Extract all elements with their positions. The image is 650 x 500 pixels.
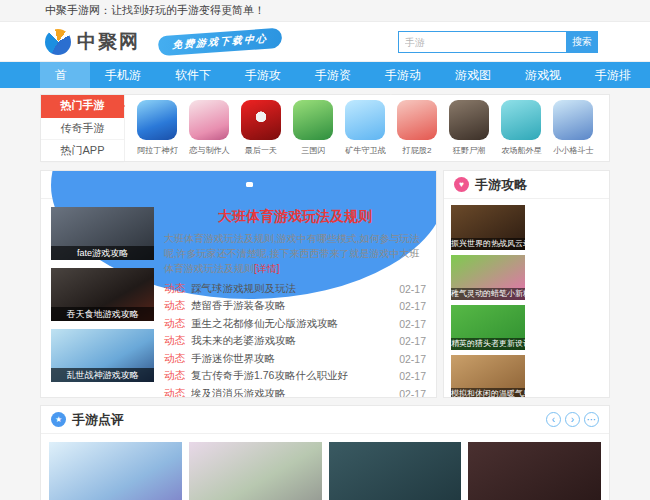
news-thumb[interactable]: 乱世战神游戏攻略 bbox=[51, 329, 154, 382]
detail-link[interactable]: [详情] bbox=[254, 263, 280, 274]
guide-caption: 稚气灵动的蜡笔小新糖 bbox=[451, 288, 525, 300]
article-title: 手游迷你世界攻略 bbox=[191, 352, 275, 366]
article-tag: 动态 bbox=[164, 352, 185, 366]
game-name: 小小格斗士 bbox=[553, 144, 594, 156]
news-thumb[interactable]: 吞天食地游戏攻略 bbox=[51, 268, 154, 321]
hot-game-item[interactable]: 矿牛守卫战 bbox=[339, 100, 391, 157]
news-thumb-list: fate游戏攻略 吞天食地游戏攻略 乱世战神游戏攻略 bbox=[51, 207, 154, 398]
hot-game-item[interactable]: 打屁股2 bbox=[391, 100, 443, 157]
site-slogan: 中聚手游网：让找到好玩的手游变得更简单！ bbox=[45, 3, 265, 18]
article-row[interactable]: 动态 我未来的老婆游戏攻略 02-17 bbox=[164, 333, 426, 351]
nav-item[interactable]: 手游资讯 bbox=[300, 62, 370, 88]
article-row[interactable]: 动态 踩气球游戏规则及玩法 02-17 bbox=[164, 280, 426, 298]
news-header: 手游资讯 更多+ bbox=[41, 171, 436, 199]
hot-game-item[interactable]: 小小格斗士 bbox=[547, 100, 599, 157]
hot-game-item[interactable]: 最后一天 bbox=[235, 100, 287, 157]
reviews-title: 手游点评 bbox=[72, 411, 124, 429]
nav-item[interactable]: 游戏图库 bbox=[440, 62, 510, 88]
article-date: 02-17 bbox=[391, 335, 426, 347]
review-card[interactable]: 跳大绳游戏规则和玩法 bbox=[329, 442, 462, 500]
guides-header: ♥ 手游攻略 bbox=[444, 171, 609, 199]
carousel-next-button[interactable]: › bbox=[565, 412, 580, 427]
hot-tab[interactable]: 热门手游 bbox=[41, 95, 124, 118]
hot-tab[interactable]: 热门APP bbox=[41, 140, 124, 163]
game-name: 最后一天 bbox=[245, 144, 277, 156]
article-tag: 动态 bbox=[164, 299, 185, 313]
guide-thumb[interactable]: 模拟和休闲的温暖气息 bbox=[451, 355, 525, 398]
hot-game-item[interactable]: 阿拉丁神灯 bbox=[131, 100, 183, 157]
star-icon: ★ bbox=[51, 412, 66, 427]
article-row[interactable]: 动态 手游迷你世界攻略 02-17 bbox=[164, 350, 426, 368]
hot-game-item[interactable]: 农场船外星 bbox=[495, 100, 547, 157]
carousel-more-button[interactable]: ⋯ bbox=[584, 412, 599, 427]
guide-thumb[interactable]: 振兴世界的热战风云录 bbox=[451, 205, 525, 250]
guide-thumb[interactable]: 精英的猎头者更新设计 bbox=[451, 305, 525, 350]
hot-game-item[interactable]: 三国闪 bbox=[287, 100, 339, 157]
article-date: 02-17 bbox=[391, 318, 426, 330]
guide-caption: 模拟和休闲的温暖气息 bbox=[451, 388, 525, 398]
game-app-icon bbox=[137, 100, 177, 140]
featured-desc-text: 大班体育游戏玩法及规则,游戏中有哪些模式,如何参与玩法呢,许多玩家还不清楚呢,接… bbox=[164, 233, 420, 274]
carousel-controls: ‹ › ⋯ bbox=[546, 412, 599, 427]
review-card[interactable]: 寻秦手游攻略 bbox=[468, 442, 601, 500]
article-date: 02-17 bbox=[391, 283, 426, 295]
article-date: 02-17 bbox=[391, 353, 426, 365]
hot-games-list: 阿拉丁神灯 恋与制作人 最后一天 三国闪 bbox=[125, 95, 609, 161]
game-name: 狂野尸潮 bbox=[453, 144, 485, 156]
carousel-prev-button[interactable]: ‹ bbox=[546, 412, 561, 427]
hot-games-strip: 热门手游 传奇手游 热门APP 阿拉丁神灯 恋与制作人 bbox=[40, 94, 610, 162]
hot-tabs: 热门手游 传奇手游 热门APP bbox=[41, 95, 125, 161]
guide-caption: 精英的猎头者更新设计 bbox=[451, 338, 525, 350]
article-tag: 动态 bbox=[164, 369, 185, 383]
news-thumb[interactable]: fate游戏攻略 bbox=[51, 207, 154, 260]
hot-game-item[interactable]: 狂野尸潮 bbox=[443, 100, 495, 157]
reviews-header: ★ 手游点评 ‹ › ⋯ bbox=[41, 406, 609, 434]
article-row[interactable]: 动态 复古传奇手游1.76攻略什么职业好 02-17 bbox=[164, 368, 426, 386]
hot-tab[interactable]: 传奇手游 bbox=[41, 118, 124, 141]
featured-article-title[interactable]: 大班体育游戏玩法及规则 bbox=[164, 208, 426, 226]
site-logo[interactable]: 中聚网 bbox=[45, 29, 140, 55]
article-tag: 动态 bbox=[164, 387, 185, 398]
article-row[interactable]: 动态 楚留香手游装备攻略 02-17 bbox=[164, 298, 426, 316]
hot-game-item[interactable]: 恋与制作人 bbox=[183, 100, 235, 157]
nav-item[interactable]: 手游攻略 bbox=[230, 62, 300, 88]
page-content: 热门手游 传奇手游 热门APP 阿拉丁神灯 恋与制作人 bbox=[40, 94, 610, 500]
review-card[interactable]: 模拟游戏变身攻略 bbox=[49, 442, 182, 500]
article-tag: 动态 bbox=[164, 334, 185, 348]
news-thumb-caption: 吞天食地游戏攻略 bbox=[51, 307, 154, 321]
heart-icon: ♥ bbox=[454, 177, 469, 192]
search-button[interactable]: 搜索 bbox=[566, 31, 598, 53]
article-row[interactable]: 动态 埃及消消乐游戏攻略 02-17 bbox=[164, 385, 426, 398]
game-app-icon bbox=[553, 100, 593, 140]
featured-article-desc: 大班体育游戏玩法及规则,游戏中有哪些模式,如何参与玩法呢,许多玩家还不清楚呢,接… bbox=[164, 231, 426, 276]
search-input[interactable] bbox=[398, 31, 566, 53]
nav-item[interactable]: 手游排行 bbox=[580, 62, 650, 88]
article-title: 埃及消消乐游戏攻略 bbox=[191, 387, 286, 398]
guide-thumb[interactable]: 稚气灵动的蜡笔小新糖 bbox=[451, 255, 525, 300]
logo-text: 中聚网 bbox=[77, 29, 140, 55]
game-app-icon bbox=[293, 100, 333, 140]
game-app-icon bbox=[345, 100, 385, 140]
article-row[interactable]: 动态 重生之花都修仙无心版游戏攻略 02-17 bbox=[164, 315, 426, 333]
game-name: 阿拉丁神灯 bbox=[137, 144, 178, 156]
game-name: 恋与制作人 bbox=[189, 144, 230, 156]
game-name: 打屁股2 bbox=[403, 144, 432, 156]
news-article-column: 大班体育游戏玩法及规则 大班体育游戏玩法及规则,游戏中有哪些模式,如何参与玩法呢… bbox=[154, 207, 426, 398]
game-name: 三国闪 bbox=[301, 144, 325, 156]
nav-item[interactable]: 手机游戏 bbox=[90, 62, 160, 88]
nav-item[interactable]: 游戏视频 bbox=[510, 62, 580, 88]
logo-icon bbox=[45, 29, 71, 55]
nav-item[interactable]: 软件下载 bbox=[160, 62, 230, 88]
review-card[interactable]: 玛丽首富游戏攻略 bbox=[189, 442, 322, 500]
game-app-icon bbox=[501, 100, 541, 140]
article-date: 02-17 bbox=[391, 388, 426, 398]
article-list: 动态 踩气球游戏规则及玩法 02-17 动态 楚留香手游装备攻略 02-17 bbox=[164, 280, 426, 398]
news-thumb-caption: 乱世战神游戏攻略 bbox=[51, 368, 154, 382]
article-date: 02-17 bbox=[391, 370, 426, 382]
guides-grid: 振兴世界的热战风云录 稚气灵动的蜡笔小新糖 精英的猎头者更新设计 模拟和休闲的温… bbox=[444, 199, 609, 398]
article-title: 我未来的老婆游戏攻略 bbox=[191, 334, 296, 348]
nav-item[interactable]: 手游动态 bbox=[370, 62, 440, 88]
nav-item[interactable]: 首页 bbox=[40, 62, 90, 88]
article-date: 02-17 bbox=[391, 300, 426, 312]
guides-title: 手游攻略 bbox=[475, 176, 527, 194]
